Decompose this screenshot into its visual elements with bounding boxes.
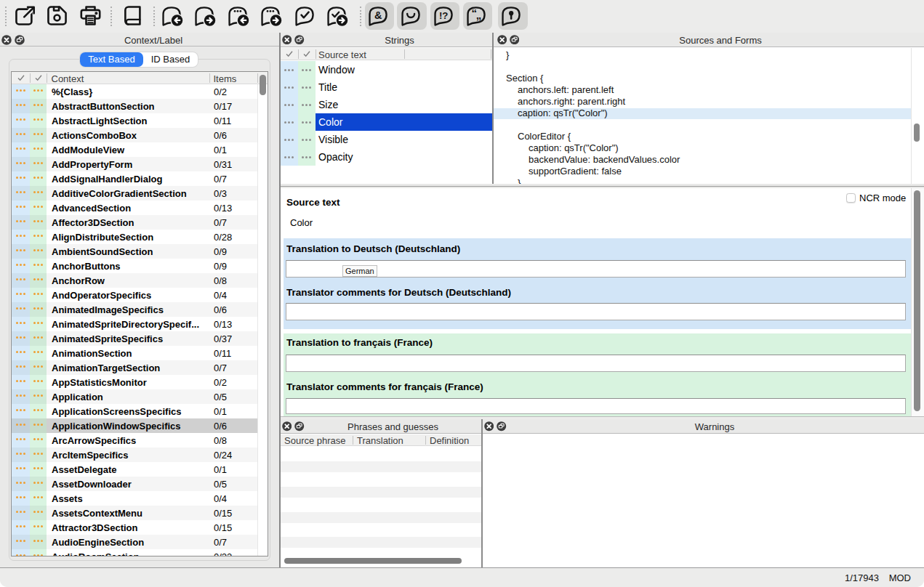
- svg-text:!?: !?: [439, 9, 449, 20]
- svg-text:&: &: [374, 9, 381, 21]
- svg-text:„: „: [476, 8, 482, 20]
